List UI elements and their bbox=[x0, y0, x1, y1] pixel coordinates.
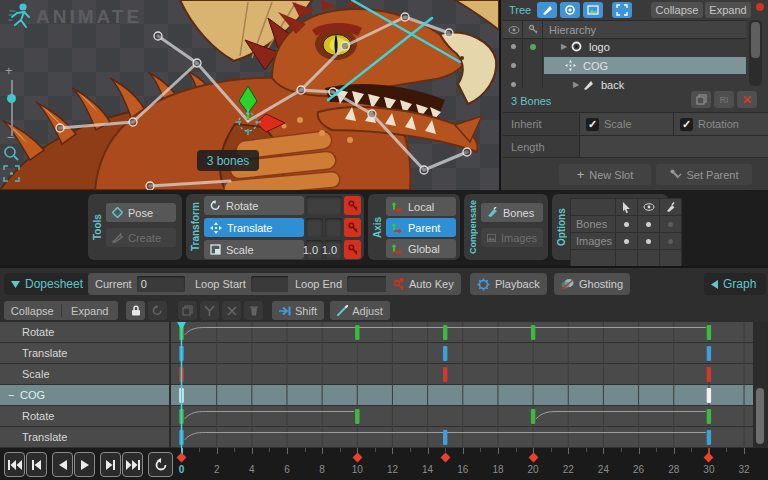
tree-scrollbar[interactable] bbox=[749, 20, 762, 86]
visibility-dot[interactable] bbox=[503, 44, 523, 49]
keyframe[interactable] bbox=[443, 346, 447, 361]
close-icon[interactable]: ✕ bbox=[737, 91, 757, 108]
shift-button[interactable]: Shift bbox=[272, 301, 324, 320]
tree-expand-button[interactable]: Expand bbox=[705, 2, 751, 18]
keyframe[interactable] bbox=[707, 367, 711, 382]
translate-y-field[interactable] bbox=[325, 218, 342, 237]
scale-checkbox[interactable]: ✓ bbox=[586, 118, 599, 131]
timeline-scrollbar[interactable] bbox=[754, 324, 766, 446]
translate-x-field[interactable] bbox=[306, 218, 323, 237]
keyframe[interactable] bbox=[707, 388, 711, 403]
key-diamond[interactable] bbox=[177, 453, 187, 463]
scale-x-field[interactable]: 1.0 bbox=[306, 240, 323, 259]
scale-y-field[interactable]: 1.0 bbox=[325, 240, 342, 259]
viewport[interactable]: ANIMATE + − 3 bones bbox=[0, 0, 499, 190]
ghosting-button[interactable]: Ghosting bbox=[554, 273, 630, 295]
timeline-collapse-button[interactable]: Collapse bbox=[4, 305, 61, 317]
duplicate-icon[interactable] bbox=[691, 91, 711, 108]
node-name[interactable]: back bbox=[601, 79, 624, 91]
zoom-out-button[interactable]: − bbox=[7, 133, 15, 143]
tree-row-COG[interactable]: ▼COG bbox=[503, 57, 746, 74]
axis-local-button[interactable]: Local bbox=[386, 197, 456, 216]
zoom-slider-track[interactable] bbox=[11, 80, 13, 136]
image-icon[interactable] bbox=[583, 2, 603, 18]
options-dot[interactable] bbox=[638, 233, 659, 249]
playhead-marker[interactable] bbox=[177, 322, 186, 330]
set-parent-button[interactable]: Set Parent bbox=[656, 164, 752, 185]
lock-icon[interactable] bbox=[126, 301, 145, 320]
play-forward-button[interactable] bbox=[74, 452, 95, 477]
expand-arrow[interactable]: ▼ bbox=[555, 61, 565, 70]
options-dot[interactable] bbox=[616, 233, 637, 249]
scale-button[interactable]: Scale bbox=[204, 240, 304, 259]
translate-button[interactable]: Translate bbox=[204, 218, 304, 237]
keyframe[interactable] bbox=[531, 409, 535, 424]
paste-icon[interactable] bbox=[200, 301, 219, 320]
slot-icon[interactable] bbox=[560, 2, 580, 18]
translate-key-button[interactable] bbox=[344, 218, 361, 237]
keyframe[interactable] bbox=[355, 325, 359, 340]
keyframe[interactable] bbox=[707, 346, 711, 361]
options-dot[interactable] bbox=[660, 216, 681, 232]
key-diamond[interactable] bbox=[440, 453, 450, 463]
playback-button[interactable]: Playback bbox=[470, 273, 547, 295]
skip-start-button[interactable] bbox=[4, 452, 25, 477]
axis-global-button[interactable]: Global bbox=[386, 239, 456, 258]
tree-collapse-button[interactable]: Collapse bbox=[651, 2, 703, 18]
skip-end-button[interactable] bbox=[122, 452, 143, 477]
trash-icon[interactable] bbox=[244, 301, 263, 320]
delete-key-icon[interactable] bbox=[222, 301, 241, 320]
prev-key-button[interactable] bbox=[26, 452, 47, 477]
options-dot[interactable] bbox=[660, 233, 681, 249]
dopesheet-toggle[interactable]: Dopesheet bbox=[4, 273, 90, 295]
collapse-arrow[interactable]: ▶ bbox=[573, 80, 583, 89]
keyframe[interactable] bbox=[443, 325, 447, 340]
next-key-button[interactable] bbox=[100, 452, 121, 477]
keyframe[interactable] bbox=[443, 367, 447, 382]
rename-icon[interactable]: RI bbox=[714, 91, 734, 108]
fit-view-icon[interactable] bbox=[3, 165, 20, 182]
tree-row-logo[interactable]: ▶logo bbox=[503, 38, 746, 55]
rotate-button[interactable]: Rotate bbox=[204, 196, 304, 215]
adjust-button[interactable]: Adjust bbox=[330, 301, 390, 320]
zoom-in-button[interactable]: + bbox=[5, 66, 13, 76]
visibility-dot[interactable] bbox=[503, 63, 523, 68]
length-value[interactable] bbox=[579, 136, 768, 157]
collapse-arrow[interactable]: ▶ bbox=[561, 42, 571, 51]
compensate-bones-button[interactable]: Bones bbox=[481, 203, 543, 222]
keyframe[interactable] bbox=[355, 409, 359, 424]
keyframe[interactable] bbox=[707, 409, 711, 424]
cycle-icon[interactable] bbox=[148, 301, 167, 320]
key-diamond[interactable] bbox=[352, 453, 362, 463]
visibility-dot[interactable] bbox=[503, 82, 523, 87]
rotate-key-button[interactable] bbox=[344, 196, 361, 215]
auto-key-button[interactable]: Auto Key bbox=[386, 273, 461, 295]
zoom-slider-knob[interactable] bbox=[7, 94, 16, 103]
new-slot-button[interactable]: + New Slot bbox=[559, 164, 651, 185]
copy-icon[interactable] bbox=[178, 301, 197, 320]
keyframe[interactable] bbox=[707, 430, 711, 445]
keyframe[interactable] bbox=[707, 325, 711, 340]
pose-button[interactable]: Pose bbox=[106, 203, 176, 222]
node-name[interactable]: COG bbox=[583, 60, 608, 72]
graph-toggle[interactable]: Graph bbox=[704, 273, 766, 295]
key-diamond[interactable] bbox=[528, 453, 538, 463]
bone-icon[interactable] bbox=[537, 2, 557, 18]
play-back-button[interactable] bbox=[52, 452, 73, 477]
current-frame-field[interactable]: 0 bbox=[137, 276, 185, 292]
rotation-checkbox[interactable]: ✓ bbox=[680, 118, 693, 131]
options-dot[interactable] bbox=[638, 216, 659, 232]
compensate-images-button[interactable]: Images bbox=[481, 228, 543, 247]
axis-parent-button[interactable]: Parent bbox=[386, 218, 456, 237]
magnifier-icon[interactable] bbox=[3, 145, 20, 162]
options-dot[interactable] bbox=[616, 216, 637, 232]
keyframe[interactable] bbox=[443, 430, 447, 445]
select-frame-icon[interactable] bbox=[612, 2, 632, 18]
create-button[interactable]: Create bbox=[106, 228, 176, 247]
timeline-expand-button[interactable]: Expand bbox=[62, 305, 119, 317]
keyframe[interactable] bbox=[531, 325, 535, 340]
rotate-value-field[interactable] bbox=[306, 196, 342, 215]
key-diamond[interactable] bbox=[704, 453, 714, 463]
scale-key-button[interactable] bbox=[344, 240, 361, 259]
node-name[interactable]: logo bbox=[589, 41, 610, 53]
